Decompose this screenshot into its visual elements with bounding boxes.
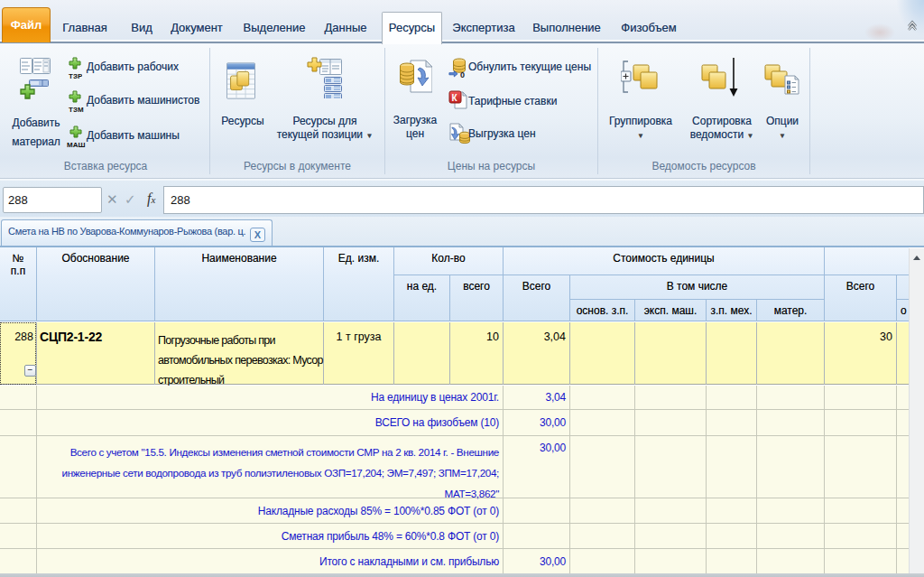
svg-text:ТЗМ: ТЗМ bbox=[69, 106, 84, 114]
svg-text:0: 0 bbox=[460, 70, 465, 79]
svg-text:ТЗР: ТЗР bbox=[69, 72, 82, 80]
svg-text:К: К bbox=[452, 93, 458, 103]
svg-text:МАШ: МАШ bbox=[67, 141, 85, 149]
